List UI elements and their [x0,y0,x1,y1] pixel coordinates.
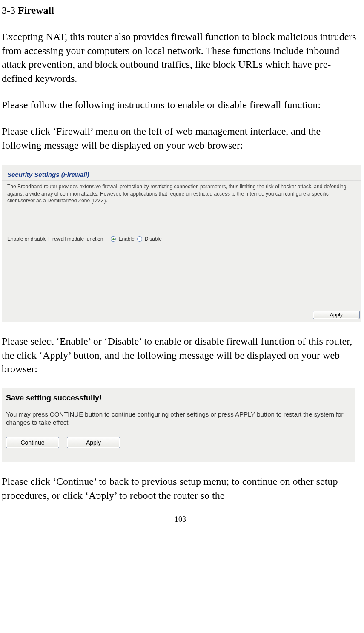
page-number: 103 [2,514,359,524]
screenshot-firewall-settings: Security Settings (Firewall) The Broadba… [2,165,361,322]
success-description: You may press CONTINUE button to continu… [6,410,351,427]
paragraph-intro: Excepting NAT, this router also provides… [2,30,359,85]
section-number: 3-3 [2,5,18,16]
divider [2,180,361,181]
paragraph-select-enable: Please select ‘Enable’ or ‘Disable’ to e… [2,334,359,376]
apply-button-container: Apply [313,306,360,320]
section-title: Firewall [18,5,54,16]
radio-disable-label: Disable [145,236,162,242]
apply-button[interactable]: Apply [313,311,360,319]
paragraph-instructions-lead: Please follow the following instructions… [2,98,359,112]
success-title: Save setting successfully! [6,393,351,403]
radio-disable[interactable] [137,236,142,242]
success-button-row: Continue Apply [6,437,351,449]
firewall-toggle-row: Enable or disable Firewall module functi… [7,236,162,242]
firewall-toggle-label: Enable or disable Firewall module functi… [7,236,103,242]
continue-button[interactable]: Continue [6,437,59,449]
paragraph-continue-apply: Please click ‘Continue’ to back to previ… [2,475,359,502]
section-heading: 3-3 Firewall [2,3,359,17]
radio-enable-label: Enable [118,236,134,242]
screenshot-save-success: Save setting successfully! You may press… [2,388,355,462]
apply-button[interactable]: Apply [67,437,120,449]
paragraph-click-firewall: Please click ‘Firewall’ menu on the left… [2,124,359,152]
panel-description: The Broadband router provides extensive … [2,183,361,204]
panel-title: Security Settings (Firewall) [2,165,361,180]
radio-enable[interactable] [111,236,116,242]
